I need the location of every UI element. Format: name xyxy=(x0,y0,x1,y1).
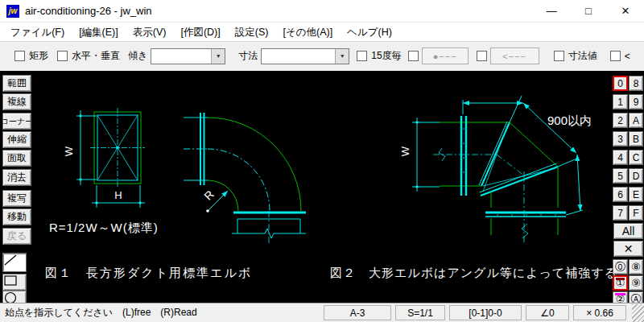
layer-button-0[interactable]: 0 xyxy=(613,76,628,91)
rectangle-label: 矩形 xyxy=(29,49,48,63)
menu-other[interactable]: [その他(A)] xyxy=(275,23,340,42)
fig1-duct-section xyxy=(76,108,145,208)
rectangle-icon xyxy=(3,275,18,287)
layer-group-button-2[interactable]: ② xyxy=(613,291,628,303)
window-controls: — □ ✕ xyxy=(533,0,644,23)
lt-checkbox[interactable] xyxy=(610,51,621,61)
control-toolbar: 矩形 水平・垂直 傾き ▼ 寸法 ▼ 15度毎 ●−−− <−−− 寸法値 < xyxy=(0,42,644,70)
line-icon xyxy=(3,254,18,266)
layer-button-4[interactable]: 4 xyxy=(613,150,628,165)
layer-button-2[interactable]: 2 xyxy=(613,113,628,128)
title-bar: jw air-conditioning-26 - jw_win — □ ✕ xyxy=(0,0,644,23)
window-title: air-conditioning-26 - jw_win xyxy=(25,5,152,17)
resize-grip-icon[interactable] xyxy=(632,304,644,322)
status-bar: 始点を指示してください (L)free (R)Read A-3 S=1/1 [0… xyxy=(0,303,644,322)
fig1-h-label: H xyxy=(114,189,122,201)
fig1-w-label: W xyxy=(63,146,75,156)
scale-button[interactable]: S=1/1 xyxy=(395,305,445,320)
rectangle-tool-button[interactable] xyxy=(2,274,27,291)
circle-tool-button[interactable] xyxy=(2,291,27,303)
arrow-end-button[interactable]: <−−− xyxy=(490,47,539,64)
dimension-dropdown-value xyxy=(262,49,335,64)
menu-bar: ファイル(F) [編集(E)] 表示(V) [作図(D)] 設定(S) [その他… xyxy=(0,23,644,42)
arrow-end-checkbox[interactable] xyxy=(477,51,487,61)
dimension-label: 寸法 xyxy=(238,49,258,63)
minimize-icon[interactable]: — xyxy=(533,0,570,23)
layer-button-d[interactable]: D xyxy=(629,168,643,184)
tool-button-corner[interactable]: コーナー xyxy=(2,113,31,130)
layer-all-button[interactable]: All xyxy=(613,223,643,239)
fig2-dimension-label: 900以内 xyxy=(547,114,592,127)
layer-cross-button[interactable]: ✕ xyxy=(613,241,643,257)
layer-status-button[interactable]: [0-1]0-0 xyxy=(449,305,522,320)
layer-button-3[interactable]: 3 xyxy=(613,131,628,147)
layer-button-a[interactable]: A xyxy=(629,113,643,128)
menu-help[interactable]: ヘルプ(H) xyxy=(340,23,399,42)
maximize-icon[interactable]: □ xyxy=(570,0,607,23)
status-message: 始点を指示してください (L)free (R)Read xyxy=(0,306,324,320)
fig1-caption: 図１ 長方形ダクト用標準エルボ xyxy=(45,266,252,279)
cad-canvas[interactable]: W H R=1/2W～W(標準) R xyxy=(0,71,644,303)
horizontal-vertical-label: 水平・垂直 xyxy=(72,49,120,63)
slope-label: 傾き xyxy=(128,49,147,63)
circle-icon xyxy=(3,291,18,303)
layer-button-6[interactable]: 6 xyxy=(613,187,628,202)
slope-dropdown-value xyxy=(151,49,211,64)
layer-group-color-bar xyxy=(616,278,625,280)
tool-button-move[interactable]: 移動 xyxy=(2,208,31,225)
dot-end-checkbox[interactable] xyxy=(408,51,419,61)
fig1-elbow xyxy=(184,113,306,244)
dimension-dropdown[interactable]: ▼ xyxy=(261,48,349,64)
slope-dropdown[interactable]: ▼ xyxy=(151,48,225,64)
layer-button-e[interactable]: E xyxy=(629,187,643,202)
horizontal-vertical-checkbox[interactable] xyxy=(57,51,68,61)
deg15-checkbox[interactable] xyxy=(357,51,367,61)
layer-button-9[interactable]: 9 xyxy=(629,94,643,109)
zoom-button[interactable]: × 0.66 xyxy=(573,305,626,320)
angle-button[interactable]: ∠0 xyxy=(526,305,569,320)
layer-group-button-0[interactable]: ⓪ xyxy=(613,259,628,275)
layer-button-8[interactable]: 8 xyxy=(629,76,643,91)
line-tool-button[interactable] xyxy=(2,253,27,272)
fig2-w-label: W xyxy=(399,146,411,156)
layer-group-color-bar xyxy=(615,293,625,295)
menu-draw[interactable]: [作図(D)] xyxy=(173,23,227,42)
dimension-value-checkbox[interactable] xyxy=(554,51,564,61)
chevron-down-icon[interactable]: ▼ xyxy=(335,49,349,64)
layer-button-7[interactable]: 7 xyxy=(613,205,628,221)
deg15-label: 15度毎 xyxy=(371,49,401,63)
fig1-r-label: R xyxy=(201,188,216,202)
layer-button-b[interactable]: B xyxy=(629,131,643,147)
paper-size-button[interactable]: A-3 xyxy=(324,305,391,320)
layer-group-button-9[interactable]: ⑨ xyxy=(629,275,643,291)
menu-view[interactable]: 表示(V) xyxy=(126,23,174,42)
tool-button-extend[interactable]: 伸縮 xyxy=(2,131,31,148)
rectangle-checkbox[interactable] xyxy=(14,51,25,61)
layer-button-1[interactable]: 1 xyxy=(613,94,628,109)
main-area: W H R=1/2W～W(標準) R xyxy=(0,71,644,303)
layer-group-button-1[interactable]: ① xyxy=(613,275,628,291)
tool-button-copy[interactable]: 複写 xyxy=(2,190,31,207)
menu-edit[interactable]: [編集(E)] xyxy=(72,23,126,42)
lt-label: < xyxy=(625,51,630,62)
tool-button-chamfer[interactable]: 面取 xyxy=(2,150,31,167)
chevron-down-icon[interactable]: ▼ xyxy=(211,49,225,64)
tool-button-erase[interactable]: 消去 xyxy=(2,169,31,186)
fig2-caption: 図２ 大形エルボはアングル等によって補強する xyxy=(330,266,617,279)
menu-file[interactable]: ファイル(F) xyxy=(3,23,72,42)
layer-button-c[interactable]: C xyxy=(629,150,643,165)
layer-button-f[interactable]: F xyxy=(629,205,643,221)
layer-group-button-8[interactable]: ⑧ xyxy=(629,259,643,275)
close-icon[interactable]: ✕ xyxy=(607,0,644,23)
fig1-radius-note: R=1/2W～W(標準) xyxy=(49,221,159,234)
menu-settings[interactable]: 設定(S) xyxy=(228,23,276,42)
tool-button-offset[interactable]: 複線 xyxy=(2,93,31,110)
dot-end-button[interactable]: ●−−− xyxy=(422,47,469,64)
layer-button-5[interactable]: 5 xyxy=(613,168,628,184)
dimension-value-label: 寸法値 xyxy=(568,49,597,63)
app-icon: jw xyxy=(6,5,19,18)
layer-group-button-a[interactable]: Ⓐ xyxy=(629,291,643,303)
tool-button-undo[interactable]: 戻る xyxy=(2,228,31,245)
tool-button-range[interactable]: 範囲 xyxy=(2,75,31,92)
